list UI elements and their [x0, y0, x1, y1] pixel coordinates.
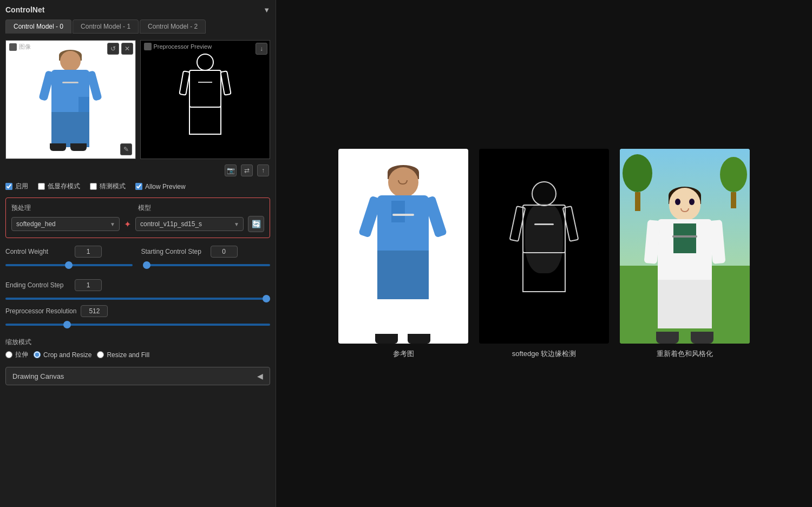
enable-label: 启用 [15, 182, 28, 191]
model-select[interactable]: control_v11p_sd15_s control_v11p_sd15_ca… [135, 217, 244, 231]
sketch-pants [189, 105, 221, 135]
tab-control-model-0[interactable]: Control Model - 0 [5, 19, 71, 34]
control-weight-label: Control Weight [5, 248, 70, 255]
zoom-crop-option[interactable]: Crop and Resize [34, 351, 91, 359]
ref-shoe-r [408, 334, 430, 344]
zoom-crop-label: Crop and Resize [43, 351, 91, 359]
low-memory-input[interactable] [38, 183, 45, 190]
softedge-body [522, 205, 566, 253]
result-caption-styled: 重新着色和风格化 [657, 349, 713, 359]
result-image-styled [620, 149, 750, 344]
preview-image-content [141, 41, 270, 159]
tab-control-model-1[interactable]: Control Model - 1 [73, 19, 139, 34]
zoom-mode-label: 缩放模式 [5, 338, 270, 347]
tab-control-model-2[interactable]: Control Model - 2 [140, 19, 206, 34]
right-images: 参考图 [338, 149, 750, 359]
upload-btn[interactable]: ↑ [257, 164, 269, 176]
drawing-canvas-label: Drawing Canvas [12, 372, 64, 380]
ref-nurse-container [338, 149, 468, 344]
stethoscope [62, 82, 78, 83]
preprocessor-select[interactable]: softedge_hed canny depth openpose none [11, 217, 120, 231]
right-panel: 参考图 [276, 0, 812, 507]
model-section: 预处理 模型 softedge_hed canny depth openpose… [5, 197, 270, 238]
result-caption-ref: 参考图 [393, 349, 414, 359]
nurse-shoes-right [70, 143, 87, 151]
slider-section: Control Weight 1 Starting Control Step 0 [5, 246, 270, 331]
preprocess-res-header: Preprocessor Resolution 512 [5, 305, 270, 317]
controlnet-title: ControlNet [5, 5, 44, 14]
zoom-fill-option[interactable]: Resize and Fill [97, 351, 149, 359]
source-image-box: 图像 ↺ ✕ [5, 40, 136, 159]
guess-mode-checkbox[interactable]: 猜测模式 [90, 182, 126, 191]
sketch-head [197, 54, 214, 71]
control-weight-header: Control Weight 1 [5, 246, 135, 258]
control-weight-value: 1 [75, 246, 102, 258]
camera-btn[interactable]: 📷 [225, 164, 237, 176]
allow-preview-input[interactable] [135, 183, 142, 190]
enable-input[interactable] [5, 183, 12, 190]
anime-eye-r [689, 199, 695, 205]
controlnet-header: ControlNet ▼ [5, 5, 270, 14]
zoom-fill-label: Resize and Fill [107, 351, 149, 359]
source-image-content [6, 41, 135, 159]
anime-doctor [644, 187, 725, 344]
ref-shoe-l [375, 334, 398, 344]
zoom-stretch-option[interactable]: 拉伸 [5, 350, 28, 359]
download-preview-btn[interactable]: ↓ [256, 43, 267, 55]
reset-image-btn[interactable]: ↺ [107, 43, 119, 55]
drawing-canvas-arrow: ◀ [257, 372, 263, 380]
refresh-model-btn[interactable]: 🔄 [248, 216, 264, 232]
preprocess-res-slider[interactable] [5, 324, 270, 326]
tabs-container: Control Model - 0 Control Model - 1 Cont… [5, 19, 270, 34]
zoom-fill-radio[interactable] [97, 351, 104, 358]
ref-img-content [338, 149, 468, 344]
ref-pants [377, 251, 429, 299]
draw-icon[interactable]: ✎ [120, 143, 132, 155]
starting-step-value: 0 [211, 246, 238, 258]
enable-checkbox[interactable]: 启用 [5, 182, 28, 191]
weight-step-row: Control Weight 1 Starting Control Step 0 [5, 246, 270, 260]
result-image-ref [338, 149, 468, 344]
low-memory-checkbox[interactable]: 低显存模式 [38, 182, 80, 191]
zoom-stretch-label: 拉伸 [15, 350, 28, 359]
anime-shoe-r [691, 332, 713, 344]
allow-preview-checkbox[interactable]: Allow Preview [135, 183, 186, 190]
ending-step-slider[interactable] [5, 298, 270, 300]
action-row: 📷 ⇄ ↑ [5, 164, 270, 176]
starting-step-label: Starting Control Step [141, 248, 206, 255]
collapse-icon[interactable]: ▼ [263, 6, 270, 14]
result-item-ref: 参考图 [338, 149, 468, 359]
star-icon[interactable]: ✦ [124, 219, 131, 229]
ref-nurse-figure [360, 165, 447, 344]
nurse-figure [38, 48, 103, 151]
nurse-shoes-left [50, 143, 66, 151]
drawing-canvas-row[interactable]: Drawing Canvas ◀ [5, 367, 270, 385]
zoom-stretch-radio[interactable] [5, 351, 12, 358]
preprocess-res-value: 512 [81, 305, 108, 317]
nurse-head [60, 51, 81, 71]
close-image-btn[interactable]: ✕ [121, 43, 133, 55]
anime-shoe-l [656, 332, 679, 344]
preview-image-controls: ↓ [256, 43, 267, 55]
swap-btn[interactable]: ⇄ [241, 164, 253, 176]
zoom-crop-radio[interactable] [34, 351, 41, 358]
ending-step-value: 1 [75, 279, 102, 291]
nurse-scrubs [78, 97, 89, 113]
softedge-steth [534, 223, 554, 225]
control-weight-slider[interactable] [5, 264, 133, 266]
nurse-body [51, 70, 89, 113]
guess-mode-input[interactable] [90, 183, 97, 190]
app-container: ControlNet ▼ Control Model - 0 Control M… [0, 0, 812, 507]
starting-step-slider[interactable] [143, 264, 270, 266]
softedge-pants [522, 252, 566, 292]
preprocessor-select-wrapper: softedge_hed canny depth openpose none ▼ [11, 217, 120, 231]
sketch-body [189, 70, 221, 108]
allow-preview-label: Allow Preview [145, 183, 186, 190]
result-item-styled: 重新着色和风格化 [620, 149, 750, 359]
source-image-label: 图像 [9, 43, 31, 51]
preprocess-res-label: Preprocessor Resolution [5, 307, 76, 315]
left-panel: ControlNet ▼ Control Model - 0 Control M… [0, 0, 276, 507]
zoom-options: 拉伸 Crop and Resize Resize and Fill [5, 350, 270, 359]
sketch-arm-right [220, 70, 232, 96]
styled-img-content [620, 149, 750, 344]
